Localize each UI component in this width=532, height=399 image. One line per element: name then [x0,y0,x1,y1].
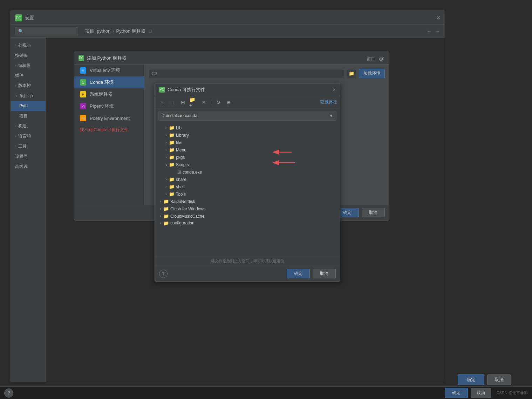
folder-icon: 📁 [169,140,175,145]
tree-item-baidunetdisk[interactable]: › 📁 BaiduNetdisk [155,198,340,205]
tree-item-menu[interactable]: › 📁 Menu [155,146,340,154]
tree-item-configuration[interactable]: › 📁 configuration [155,220,340,226]
path-bar[interactable]: D:\install\anaconda ▼ [158,111,336,121]
sidebar-label: 语言和 [18,133,31,139]
sidebar-item-editor[interactable]: › 编辑器 [11,61,46,71]
main-confirm-button[interactable]: 确定 [458,374,484,385]
sidebar-label: 高级设 [15,164,28,170]
tree-item-lib[interactable]: › 📁 Lib [155,124,340,131]
delete-button[interactable]: ✕ [200,98,208,107]
sidebar-item-tools[interactable]: › 工具 [11,141,46,151]
python-icon: P [80,91,86,97]
interpreter-poetry[interactable]: Po Poetry Environment [74,112,144,124]
tree-item-label: Lib [176,126,182,130]
arrow-icon: › [15,134,16,139]
poetry-icon: Po [80,115,86,121]
conda-dialog-close-button[interactable]: × [333,87,336,93]
sidebar-item-appearance[interactable]: › 外观与 [11,40,46,50]
tree-item-share[interactable]: › 📁 share [155,176,340,183]
help-circle-button[interactable]: ? [4,388,13,398]
loading-icon: ⚙ [378,56,383,63]
expand-arrow: › [163,155,169,159]
sidebar-item-project[interactable]: ∨ 项目: p [11,91,46,101]
status-ok-button[interactable]: 确定 [445,388,468,398]
separator [211,99,211,106]
breadcrumb-project[interactable]: 项目: python [85,28,110,34]
path-value: D:\install\anaconda [162,113,197,118]
file-tree: › 📁 Lib › 📁 Library › [155,123,340,256]
load-env-button[interactable]: 加载环境 [359,69,385,78]
expand-arrow: › [163,148,169,152]
main-cancel-button[interactable]: 取消 [487,374,511,385]
panel-close-button[interactable]: 窗口 [367,56,375,62]
sidebar-item-project-structure[interactable]: 项目 [11,111,46,121]
interpreter-conda[interactable]: C Conda 环境 [74,76,144,88]
bottom-action-bar: 确定 取消 [458,374,511,385]
expand-arrow: › [163,185,169,189]
interpreter-virtualenv[interactable]: V Virtualenv 环境 [74,65,144,76]
tree-item-shell[interactable]: › 📁 shell [155,183,340,190]
close-button[interactable]: ✕ [436,14,441,21]
sidebar-item-python-interpreter[interactable]: Pyth [11,101,46,111]
sidebar-label: 插件 [15,73,23,79]
interpreter-list-pane: V Virtualenv 环境 C Conda 环境 P 系统解释器 Pi [74,65,144,205]
tree-item-clash-for-windows[interactable]: › 📁 Clash for Windows [155,205,340,212]
add-interpreter-icon: PC [79,55,84,61]
interpreter-pipenv-label: Pipenv 环境 [90,103,114,109]
layers-button[interactable]: ⊟ [179,98,187,107]
hide-path-button[interactable]: 隐藏路径 [320,99,337,105]
expand-arrow: ∨ [163,163,169,167]
arrow-icon: ∨ [15,93,18,98]
search-icon: 🔍 [18,29,23,34]
sidebar-item-build[interactable]: › 构建、 [11,121,46,131]
breadcrumb-page[interactable]: Python 解释器 [116,28,145,34]
nav-arrows: ← → [427,28,441,34]
arrow-icon: › [15,83,16,88]
help-button[interactable]: ? [159,270,168,278]
conda-path-input[interactable]: C:\ [149,69,344,78]
tree-item-libs[interactable]: › 📁 libs [155,139,340,146]
sidebar-item-language[interactable]: › 语言和 [11,131,46,141]
sidebar-item-sync[interactable]: 设置同 [11,151,46,162]
tree-item-library[interactable]: › 📁 Library [155,131,340,139]
tree-item-label: CloudMusicCache [170,214,204,219]
tree-item-label: pkgs [176,155,185,160]
tree-item-conda-exe[interactable]: ⊞ conda.exe [155,168,340,176]
new-folder-button[interactable]: 📁+ [189,98,198,107]
link-button[interactable]: ⊕ [225,98,233,107]
tree-item-scripts[interactable]: ∨ 📁 Scripts [155,161,340,168]
expand-arrow: › [163,126,169,130]
add-interpreter-cancel-button[interactable]: 取消 [362,208,385,217]
sidebar-item-plugins[interactable]: 插件 [11,70,46,81]
nav-forward-button[interactable]: → [435,28,441,34]
conda-cancel-button[interactable]: 取消 [313,269,336,278]
conda-icon: C [80,79,86,86]
expand-arrow: › [158,221,163,225]
folder-icon: 📁 [169,191,175,197]
sidebar-item-advanced[interactable]: 高级设 [11,162,46,172]
status-cancel-button[interactable]: 取消 [471,388,491,398]
sidebar-label: 设置同 [15,154,28,160]
tree-item-pkgs[interactable]: › 📁 pkgs [155,154,340,161]
interpreter-poetry-label: Poetry Environment [90,116,130,121]
refresh-button[interactable]: ↻ [214,98,223,107]
sidebar-item-vcs[interactable]: › 版本控 [11,81,46,91]
nav-back-button[interactable]: ← [427,28,432,34]
expand-arrow: › [163,133,169,137]
sidebar-item-keymap[interactable]: 按键映 [11,50,46,61]
interpreter-pipenv[interactable]: Pi Pipenv 环境 [74,100,144,112]
path-dropdown-icon[interactable]: ▼ [329,113,333,118]
interpreter-system[interactable]: P 系统解释器 [74,88,144,100]
sidebar-label: 编辑器 [18,63,31,69]
home-button[interactable]: ⌂ [158,98,166,107]
tree-item-tools[interactable]: › 📁 Tools [155,190,340,198]
search-box[interactable]: 🔍 [15,27,78,35]
square-button[interactable]: □ [168,98,177,107]
add-interpreter-title-bar: PC 添加 Python 解释器 ✕ [74,52,389,65]
browse-folder-button[interactable]: 📁 [347,69,356,78]
error-text: 找不到 Conda 可执行文件 [74,124,144,136]
tree-item-cloudmusiccache[interactable]: › 📁 CloudMusicCache [155,212,340,220]
conda-confirm-button[interactable]: 确定 [287,269,310,278]
expand-arrow: › [163,192,169,196]
expand-arrow: › [163,141,169,144]
